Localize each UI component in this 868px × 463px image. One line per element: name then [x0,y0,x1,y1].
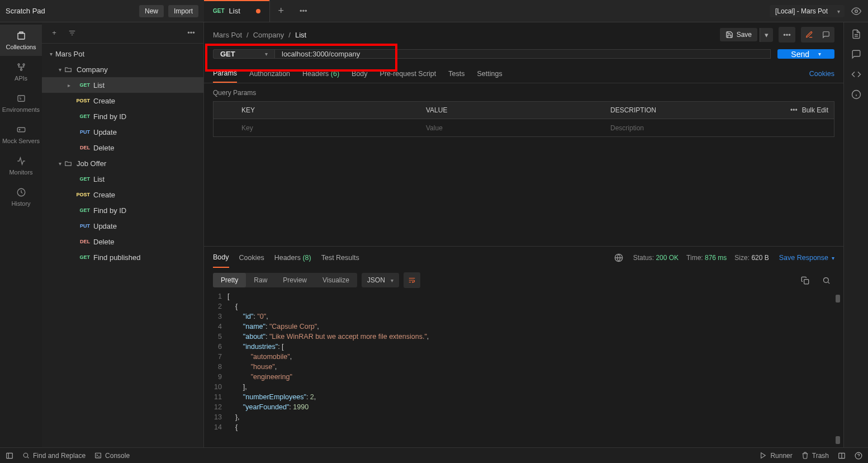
sidebar-toolbar: + ••• [42,22,203,44]
environment-label: [Local] - Mars Pot [775,7,828,15]
two-pane-button[interactable] [838,452,846,460]
folder-label: Company [77,65,108,74]
response-toolbar: Pretty Raw Preview Visualize JSON ▾ [204,269,843,291]
tree-folder-joboffer[interactable]: ▾ Job Offer [42,155,203,171]
request-label: Create [93,97,115,105]
nav-apis[interactable]: APIs [0,56,42,87]
value-input[interactable]: Value [420,124,605,132]
search-response-button[interactable] [818,272,834,288]
desc-input[interactable]: Description [605,124,789,132]
response-body[interactable]: 1234567891011121314 [ { "id": "0", "name… [204,291,843,447]
docs-icon[interactable] [851,29,861,39]
tree-request[interactable]: GETFind by ID [42,202,203,218]
nav-environments[interactable]: Environments [0,87,42,119]
breadcrumb-item[interactable]: Mars Pot [213,31,242,39]
nav-history[interactable]: History [0,181,42,212]
tab-prerequest[interactable]: Pre-request Script [380,65,437,82]
tree-request[interactable]: ▸ GET List [42,77,203,93]
environment-select[interactable]: [Local] - Mars Pot ▾ [770,5,845,17]
tab-params[interactable]: Params [213,65,237,83]
scrollbar-thumb[interactable] [836,295,840,303]
edit-mode-button[interactable] [801,27,818,42]
resp-tab-tests[interactable]: Test Results [321,248,359,267]
resp-tab-cookies[interactable]: Cookies [239,248,264,267]
sidebar-toggle-button[interactable] [6,452,13,460]
format-select[interactable]: JSON ▾ [362,273,399,287]
svg-point-0 [855,10,858,12]
nav-mock-servers[interactable]: Mock Servers [0,119,42,150]
tab-more-button[interactable]: ••• [292,0,315,22]
tab-settings[interactable]: Settings [477,65,502,82]
monitors-icon [16,155,27,167]
code-icon[interactable] [851,69,861,79]
tab-body[interactable]: Body [352,65,368,82]
save-button[interactable]: Save [720,28,757,41]
tree-request[interactable]: POSTCreate [42,93,203,108]
view-pretty[interactable]: Pretty [213,273,246,287]
breadcrumb-item[interactable]: Company [253,31,284,39]
nav-label: History [11,200,30,207]
tree-request[interactable]: DELDelete [42,234,203,249]
new-button[interactable]: New [139,5,164,17]
runner-button[interactable]: Runner [760,452,792,460]
bulk-edit-button[interactable]: Bulk Edit [802,106,828,114]
tab-headers[interactable]: Headers (6) [302,65,339,82]
tab-list[interactable]: GET List [204,0,270,22]
nav-collections[interactable]: Collections [0,25,42,56]
tab-title-label: List [229,7,240,15]
svg-rect-13 [7,453,13,458]
view-raw[interactable]: Raw [246,273,275,287]
method-select[interactable]: GET ▾ [213,49,274,59]
tree-request[interactable]: GETFind by ID [42,108,203,124]
sidebar: + ••• ▾ Mars Pot ▾ Company ▸ GET List PO… [42,22,204,447]
resp-tab-headers[interactable]: Headers (8) [274,248,311,267]
save-dropdown[interactable]: ▾ [760,28,773,42]
tree-request[interactable]: GETList [42,171,203,187]
trash-button[interactable]: Trash [801,452,829,460]
tree-request[interactable]: POSTCreate [42,187,203,202]
tree-request[interactable]: GETFind published [42,249,203,265]
request-label: List [93,175,105,183]
tree-root[interactable]: ▾ Mars Pot [42,46,203,62]
nav-monitors[interactable]: Monitors [0,150,42,181]
tree-folder-company[interactable]: ▾ Company [42,62,203,77]
tab-authorization[interactable]: Authorization [249,65,290,82]
cookies-link[interactable]: Cookies [809,70,834,78]
url-input[interactable] [274,49,771,59]
find-replace-button[interactable]: Find and Replace [22,452,86,460]
save-response-button[interactable]: Save Response ▾ [779,254,834,262]
sidebar-add-button[interactable]: + [46,25,62,41]
params-more-button[interactable]: ••• [790,106,798,114]
scrollbar-thumb[interactable] [836,436,840,444]
import-button[interactable]: Import [168,5,198,17]
send-label: Send [791,50,809,59]
key-input[interactable]: Key [236,124,420,132]
info-icon[interactable] [851,89,861,100]
tree-request[interactable]: PUTUpdate [42,124,203,140]
wrap-lines-button[interactable] [404,272,420,288]
tab-add-button[interactable]: + [270,0,292,22]
more-actions-button[interactable]: ••• [779,27,795,42]
comments-icon[interactable] [851,49,861,59]
view-preview[interactable]: Preview [275,273,315,287]
network-icon[interactable] [614,253,623,262]
method-label: GET [73,254,90,260]
console-button[interactable]: Console [94,452,130,460]
help-button[interactable] [855,452,862,460]
tree-request[interactable]: DELDelete [42,140,203,155]
comment-mode-button[interactable] [818,27,834,42]
environment-preview-icon[interactable] [851,6,861,16]
tab-tests[interactable]: Tests [448,65,464,82]
params-row-empty[interactable]: Key Value Description [213,119,834,137]
tree-request[interactable]: PUTUpdate [42,218,203,234]
copy-response-button[interactable] [796,272,813,288]
response-meta: Status: 200 OK Time: 876 ms Size: 620 B [633,254,769,262]
method-label: DEL [73,239,90,244]
svg-marker-16 [761,453,766,459]
view-visualize[interactable]: Visualize [315,273,357,287]
breadcrumb: Mars Pot / Company / List [213,31,306,39]
sidebar-more-button[interactable]: ••• [183,25,199,41]
resp-tab-body[interactable]: Body [213,248,229,268]
send-button[interactable]: Send ▾ [777,49,834,59]
sidebar-filter-button[interactable] [64,25,80,41]
